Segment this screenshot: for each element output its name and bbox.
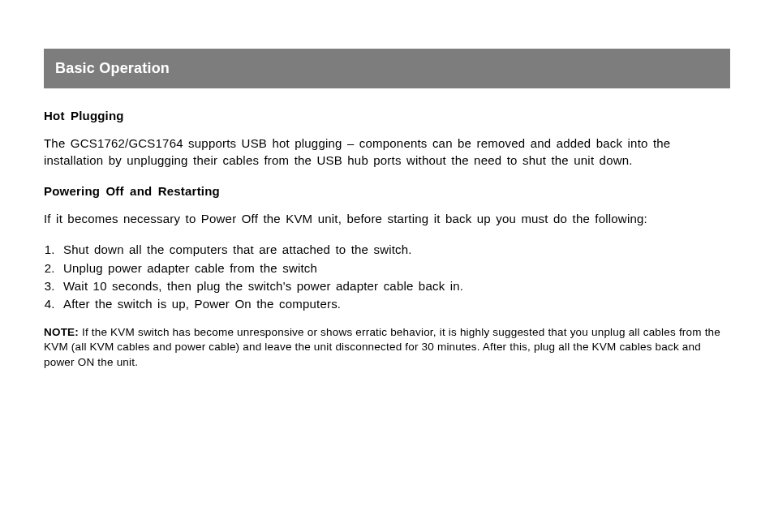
note-text: If the KVM switch has become unresponsiv… — [44, 326, 720, 367]
content-area: Hot Plugging The GCS1762/GCS1764 support… — [44, 88, 730, 370]
step-item: After the switch is up, Power On the com… — [60, 296, 730, 312]
step-item: Shut down all the computers that are att… — [60, 242, 730, 258]
note-paragraph: NOTE: If the KVM switch has become unres… — [44, 325, 730, 370]
hot-plugging-heading: Hot Plugging — [44, 108, 730, 124]
section-title: Basic Operation — [55, 60, 170, 76]
step-item: Unplug power adapter cable from the swit… — [60, 260, 730, 277]
powering-off-heading: Powering Off and Restarting — [44, 183, 730, 200]
hot-plugging-paragraph: The GCS1762/GCS1764 supports USB hot plu… — [44, 135, 730, 169]
powering-off-intro: If it becomes necessary to Power Off the… — [44, 211, 730, 227]
powering-off-steps: Shut down all the computers that are att… — [44, 242, 730, 312]
document-page: Basic Operation Hot Plugging The GCS1762… — [0, 49, 774, 532]
section-header: Basic Operation — [44, 49, 730, 88]
note-label: NOTE: — [44, 326, 79, 338]
step-item: Wait 10 seconds, then plug the switch's … — [60, 278, 730, 294]
